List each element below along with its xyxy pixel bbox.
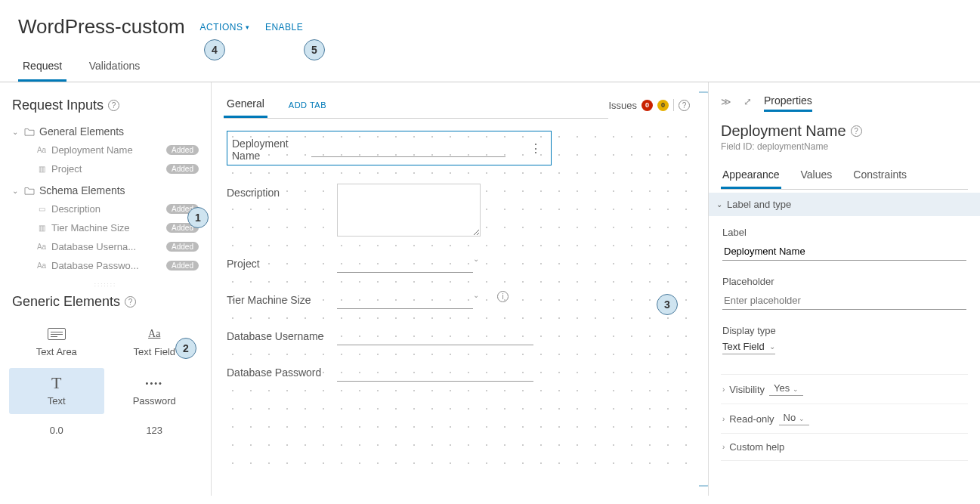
generic-label: Password — [133, 395, 176, 407]
generic-label: Text Area — [36, 346, 77, 357]
chevron-right-icon: › — [722, 415, 725, 423]
tree-item-label: Tier Machine Size — [51, 222, 162, 233]
db-password-input[interactable] — [337, 363, 533, 382]
warning-badge[interactable]: 0 — [657, 100, 669, 111]
generic-label: 123 — [146, 425, 162, 436]
callout-3: 3 — [657, 294, 678, 315]
request-inputs-label: Request Inputs — [12, 97, 104, 113]
generic-grid: Text Area Aa Text Field T Text •••• Pass… — [6, 319, 205, 444]
placeholder-input[interactable] — [722, 292, 966, 310]
tree-item-label: Deployment Name — [51, 144, 162, 156]
generic-password[interactable]: •••• Password — [107, 368, 202, 414]
chevron-down-icon: ⌄ — [793, 385, 799, 393]
tree-item-label: Project — [51, 163, 162, 175]
added-badge: Added — [166, 261, 199, 271]
tree-item[interactable]: ▥ Project Added — [6, 159, 205, 178]
prop-tab-appearance[interactable]: Appearance — [721, 162, 781, 189]
chevron-down-icon: ⌄ — [769, 342, 775, 351]
callout-2: 2 — [175, 338, 196, 359]
accordion-label-and-type[interactable]: ⌄ Label and type — [709, 193, 980, 216]
sidebar: Request Inputs ? ⌄ General Elements Aa D… — [0, 82, 212, 496]
textarea-icon: ▭ — [36, 205, 47, 213]
tree-item-label: Database Passwo... — [51, 260, 162, 271]
field-project[interactable]: Project ⌄ — [227, 255, 693, 273]
display-type-select[interactable]: Text Field ⌄ — [722, 341, 775, 354]
help-icon[interactable]: ? — [108, 100, 119, 111]
generic-label: Text — [48, 395, 66, 407]
field-tier-machine-size[interactable]: Tier Machine Size ⌄ i — [227, 291, 693, 309]
error-badge[interactable]: 0 — [641, 100, 653, 111]
deployment-name-input[interactable] — [311, 139, 505, 157]
field-label: Tier Machine Size — [227, 291, 325, 306]
readonly-value[interactable]: No ⌄ — [779, 412, 809, 425]
collapse-icon[interactable]: ≫ — [721, 96, 731, 107]
added-badge: Added — [166, 164, 199, 174]
divider — [673, 99, 674, 111]
field-label: Description — [227, 184, 325, 199]
field-db-username[interactable]: Database Username — [227, 327, 693, 345]
top-tabs: Request Validations — [0, 52, 980, 82]
tree-group-schema[interactable]: ⌄ Schema Elements — [6, 181, 205, 199]
tree-item[interactable]: Aa Deployment Name Added — [6, 141, 205, 159]
custom-help-label: Custom help — [729, 441, 784, 453]
chevron-down-icon: ⌄ — [799, 415, 805, 422]
description-textarea[interactable] — [337, 184, 481, 237]
form-designer[interactable]: Deployment Name ⋮ Description Project ⌄ … — [224, 128, 696, 475]
help-icon[interactable]: ? — [125, 296, 136, 308]
canvas-tabs: General ADD TAB — [224, 91, 608, 119]
tree-item[interactable]: Aa Database Userna... Added — [6, 237, 205, 256]
annotation-brace — [699, 91, 708, 487]
text-icon: Aa — [36, 243, 47, 251]
help-icon[interactable]: ? — [679, 100, 690, 111]
help-icon[interactable]: ? — [851, 125, 862, 137]
tab-request[interactable]: Request — [18, 52, 66, 82]
generic-decimal[interactable]: 0.0 — [9, 417, 104, 444]
properties-tab[interactable]: Properties — [764, 91, 812, 112]
project-select[interactable] — [337, 255, 473, 273]
tree-group-label: Schema Elements — [39, 184, 125, 196]
prop-tab-values[interactable]: Values — [799, 162, 834, 189]
expand-icon[interactable]: ⤢ — [744, 96, 752, 107]
db-username-input[interactable] — [337, 327, 533, 345]
page-title: WordPress-custom — [18, 15, 185, 39]
text-icon: Aa — [36, 261, 47, 270]
placeholder-field-label: Placeholder — [722, 276, 966, 287]
chevron-right-icon: › — [722, 443, 725, 451]
field-db-password[interactable]: Database Password — [227, 363, 693, 382]
generic-text-area[interactable]: Text Area — [9, 319, 104, 365]
issues-bar: Issues 0 0 ? — [608, 99, 690, 111]
tab-validations[interactable]: Validations — [85, 52, 144, 79]
prop-tab-constraints[interactable]: Constraints — [852, 162, 908, 189]
enable-button[interactable]: ENABLE — [265, 22, 303, 32]
visibility-value[interactable]: Yes ⌄ — [769, 382, 803, 396]
resize-handle[interactable]: ::::::: — [6, 278, 205, 291]
custom-help-row[interactable]: › Custom help — [721, 433, 968, 461]
generic-text[interactable]: T Text — [9, 368, 104, 414]
actions-menu[interactable]: ACTIONS ▾ — [200, 22, 250, 32]
tree-item[interactable]: ▥ Tier Machine Size Added — [6, 218, 205, 237]
inputs-tree: ⌄ General Elements Aa Deployment Name Ad… — [6, 122, 205, 275]
issues-label: Issues — [608, 100, 637, 111]
tree-item[interactable]: ▭ Description Added — [6, 199, 205, 218]
textfield-icon: Aa — [144, 326, 164, 342]
canvas-tab-general[interactable]: General — [224, 91, 267, 118]
tree-group-general[interactable]: ⌄ General Elements — [6, 122, 205, 141]
chevron-down-icon: ⌄ — [12, 187, 20, 195]
add-tab-button[interactable]: ADD TAB — [286, 94, 329, 116]
callout-4: 4 — [204, 39, 225, 60]
display-type-value: Text Field — [722, 341, 765, 352]
tier-size-select[interactable] — [337, 291, 473, 309]
tree-item[interactable]: Aa Database Passwo... Added — [6, 256, 205, 275]
tree-item-label: Database Userna... — [51, 241, 162, 252]
visibility-row[interactable]: › Visibility Yes ⌄ — [721, 374, 968, 404]
readonly-row[interactable]: › Read-only No ⌄ — [721, 404, 968, 433]
label-input[interactable] — [722, 243, 966, 261]
generic-integer[interactable]: 123 — [107, 417, 202, 444]
visibility-label: Visibility — [729, 384, 765, 395]
label-field-label: Label — [722, 227, 966, 238]
text-icon: Aa — [36, 146, 47, 154]
field-description[interactable]: Description — [227, 184, 693, 237]
info-icon[interactable]: i — [497, 291, 509, 302]
kebab-icon[interactable]: ⋮ — [530, 141, 546, 156]
field-deployment-name[interactable]: Deployment Name ⋮ — [227, 131, 552, 165]
